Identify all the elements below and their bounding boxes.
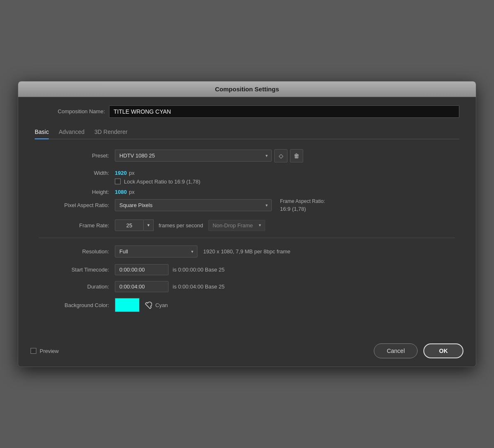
background-color-row: Background Color: Cyan (39, 298, 455, 312)
preview-label: Preview (40, 348, 59, 354)
start-timecode-info: is 0:00:00:00 Base 25 (173, 267, 225, 273)
background-color-swatch[interactable] (115, 298, 140, 312)
composition-settings-dialog: Composition Settings Composition Name: B… (18, 81, 476, 367)
dialog-title: Composition Settings (18, 81, 476, 97)
lock-aspect-row: Lock Aspect Ratio to 16:9 (1,78) (115, 179, 455, 185)
width-value[interactable]: 1920 (115, 170, 127, 176)
start-timecode-input[interactable] (115, 264, 169, 275)
preview-checkbox-container[interactable]: Preview (31, 348, 59, 354)
pixel-aspect-ratio-select-wrapper: Square Pixels (115, 199, 272, 211)
preset-label: Preset: (39, 153, 109, 159)
tab-3d-renderer[interactable]: 3D Renderer (95, 125, 128, 139)
basic-tab-content: Preset: HDTV 1080 25 ◇ 🗑 Width: 1920 px (35, 149, 459, 312)
frame-rate-dropdown-btn[interactable]: ▼ (144, 219, 154, 231)
preset-select[interactable]: HDTV 1080 25 (115, 150, 272, 162)
pixel-aspect-ratio-label: Pixel Aspect Ratio: (39, 202, 109, 208)
background-color-name: Cyan (155, 302, 168, 308)
resolution-select[interactable]: Full (115, 245, 197, 257)
resolution-select-wrapper: Full (115, 245, 197, 257)
resolution-row: Resolution: Full 1920 x 1080, 7,9 MB per… (39, 245, 455, 257)
eyedropper-button[interactable] (144, 301, 152, 309)
lock-aspect-label: Lock Aspect Ratio to 16:9 (1,78) (124, 179, 200, 185)
cancel-button[interactable]: Cancel (374, 343, 418, 358)
frame-rate-input-group: ▼ (115, 219, 154, 231)
ok-button[interactable]: OK (423, 343, 463, 358)
drop-frame-select-wrapper: Non-Drop Frame (208, 220, 265, 231)
frame-aspect-ratio: Frame Aspect Ratio:16:9 (1,78) (280, 198, 325, 213)
pixel-aspect-ratio-row: Pixel Aspect Ratio: Square Pixels Frame … (39, 198, 455, 213)
width-label: Width: (39, 170, 109, 176)
preset-row: Preset: HDTV 1080 25 ◇ 🗑 (39, 149, 455, 162)
tab-advanced[interactable]: Advanced (59, 125, 84, 139)
dialog-footer: Preview Cancel OK (18, 337, 476, 367)
frame-rate-label: Frame Rate: (39, 222, 109, 229)
fps-label: frames per second (159, 222, 203, 229)
preset-save-icon[interactable]: ◇ (274, 149, 287, 162)
divider (39, 238, 455, 238)
height-unit: px (129, 189, 135, 195)
resolution-label: Resolution: (39, 248, 109, 255)
drop-frame-select[interactable]: Non-Drop Frame (208, 220, 265, 231)
preview-checkbox[interactable] (31, 348, 36, 354)
footer-buttons: Cancel OK (374, 343, 463, 358)
tab-basic[interactable]: Basic (35, 125, 49, 139)
frame-rate-input[interactable] (115, 219, 144, 231)
duration-label: Duration: (39, 284, 109, 290)
duration-info: is 0:00:04:00 Base 25 (173, 284, 225, 290)
pixel-aspect-ratio-select[interactable]: Square Pixels (115, 199, 272, 211)
preset-select-wrapper: HDTV 1080 25 (115, 150, 272, 162)
resolution-info: 1920 x 1080, 7,9 MB per 8bpc frame (203, 248, 290, 255)
comp-name-label: Composition Name: (35, 108, 105, 114)
start-timecode-row: Start Timecode: is 0:00:00:00 Base 25 (39, 264, 455, 275)
duration-row: Duration: is 0:00:04:00 Base 25 (39, 281, 455, 292)
height-value[interactable]: 1080 (115, 189, 127, 195)
frame-rate-row: Frame Rate: ▼ frames per second Non-Drop… (39, 219, 455, 231)
comp-name-row: Composition Name: (35, 105, 459, 118)
tab-bar: Basic Advanced 3D Renderer (35, 125, 459, 139)
background-color-label: Background Color: (39, 302, 109, 308)
preset-delete-icon[interactable]: 🗑 (290, 149, 303, 162)
height-row: Height: 1080 px (39, 189, 455, 195)
comp-name-input[interactable] (109, 105, 459, 118)
width-row: Width: 1920 px (39, 170, 455, 176)
start-timecode-label: Start Timecode: (39, 267, 109, 273)
lock-aspect-checkbox-container[interactable]: Lock Aspect Ratio to 16:9 (1,78) (115, 179, 200, 185)
height-label: Height: (39, 189, 109, 195)
width-unit: px (129, 170, 135, 176)
lock-aspect-checkbox[interactable] (115, 179, 121, 184)
duration-input[interactable] (115, 281, 169, 292)
